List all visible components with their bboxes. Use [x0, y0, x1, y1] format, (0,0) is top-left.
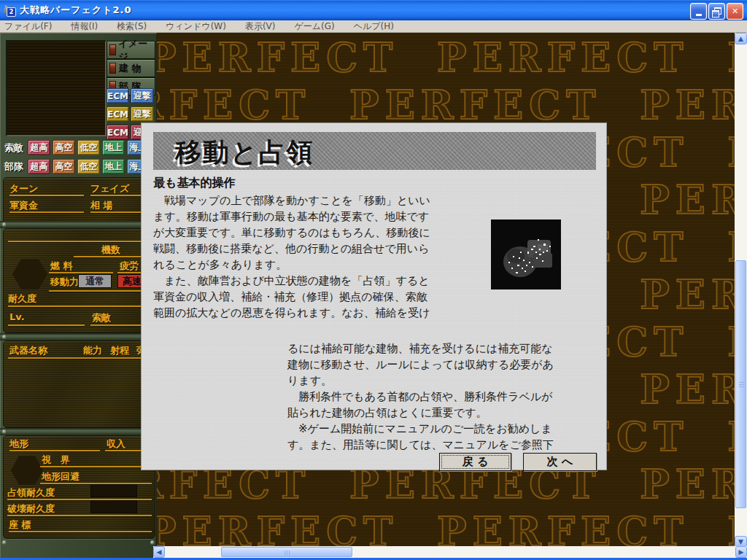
intercept-button-1[interactable]: 迎撃: [131, 106, 154, 122]
coordinates-label: 座 標: [9, 518, 31, 532]
terrain-hex-icon: [11, 455, 43, 486]
altitude-button-2[interactable]: 低空: [77, 159, 100, 174]
screw-icon: [2, 540, 7, 545]
funds-label: 軍資金: [9, 199, 38, 212]
durability-label: 耐久度: [8, 292, 36, 306]
altitude-button-3[interactable]: 地上: [102, 159, 125, 174]
detect-row-label: 部隊: [0, 160, 28, 174]
scroll-right-button[interactable]: ▶: [735, 546, 747, 558]
menu-bar: ファイル(F)情報(I)検索(S)ウィンドウ(W)表示(V)ゲーム(G)ヘルプ(…: [0, 20, 747, 33]
unit-count-label: 機数: [101, 244, 120, 257]
restore-button[interactable]: [708, 3, 725, 20]
turn-label: ターン: [9, 182, 39, 195]
altitude-button-0[interactable]: 超高: [28, 159, 50, 174]
weapon-name-header: 武器名称: [9, 344, 47, 357]
intercept-button-0[interactable]: 迎撃: [131, 88, 154, 104]
fatigue-label: 疲労: [120, 260, 139, 273]
phase-label: フェイズ: [90, 182, 129, 195]
indicator-icon: [109, 44, 116, 55]
watermark-text: PERFECT PERFECT PERFECT PERFECT PERFECT …: [157, 508, 735, 548]
unit-status-panel: 機数 燃 料 疲労 移動力 通常 高速 耐久度 Lv. 索敵: [3, 228, 155, 333]
move-normal-button[interactable]: 通常: [78, 274, 112, 288]
menu-item-6[interactable]: ヘルプ(H): [354, 20, 394, 33]
screw-icon: [2, 429, 7, 434]
weapons-panel: 武器名称 能力 射程 弾数: [3, 341, 155, 428]
terrain-panel: 地形 収入 視 界 地形回避 占領耐久度 破壊耐久度 座 標: [3, 435, 155, 539]
screw-icon: [2, 222, 7, 227]
dialog-title-band: 移動と占領: [153, 132, 596, 170]
unit-hex-icon: [12, 258, 47, 290]
horizontal-scrollbar[interactable]: ◀ ▶: [153, 546, 747, 558]
indicator-icon: [109, 63, 116, 74]
screw-icon: [150, 540, 155, 545]
menu-item-1[interactable]: 情報(I): [71, 20, 98, 33]
watermark-text: PERFECT PERFECT PERFECT PERFECT PERFECT …: [157, 82, 735, 128]
city-map-image: [491, 219, 561, 289]
chevron-up-icon: ▲: [738, 35, 743, 42]
menu-item-5[interactable]: ゲーム(G): [295, 20, 335, 33]
dialog-body-2: るには補給可能な建物、補充を受けるには補充可能な 建物に移動させ、ルールによって…: [287, 341, 605, 453]
altitude-button-1[interactable]: 高空: [53, 140, 75, 155]
watermark-text: PERFECT PERFECT PERFECT PERFECT PERFECT …: [157, 34, 735, 81]
ecm-button-2[interactable]: ECM: [107, 125, 129, 140]
scroll-left-button[interactable]: ◀: [153, 546, 165, 558]
altitude-button-2[interactable]: 低空: [77, 140, 100, 155]
sidebar: イメージ 建 物 部 隊 ECM迎撃ECM迎撃ECM迎撃 索敵超高高空低空地上海…: [0, 33, 157, 558]
next-button[interactable]: 次 へ: [523, 453, 597, 471]
scroll-up-button[interactable]: ▲: [735, 33, 747, 44]
altitude-button-3[interactable]: 地上: [102, 140, 125, 155]
menu-item-4[interactable]: 表示(V): [245, 20, 276, 33]
chevron-left-icon: ◀: [157, 548, 162, 556]
vertical-scroll-thumb[interactable]: [735, 260, 746, 508]
minimize-button[interactable]: [690, 3, 707, 20]
restore-icon: [714, 7, 721, 15]
app-icon-badge: 2: [7, 7, 16, 17]
fuel-label: 燃 料: [50, 260, 73, 273]
turn-panel: ターン フェイズ 軍資金 相 場: [3, 177, 155, 224]
detect-row-label: 索敵: [0, 141, 28, 155]
ecm-button-1[interactable]: ECM: [107, 106, 129, 122]
movement-label: 移動力: [50, 276, 79, 289]
minimize-icon: [696, 14, 702, 16]
weapon-range-header: 射程: [110, 344, 129, 357]
close-icon: ✕: [732, 7, 738, 16]
weapon-ability-header: 能力: [83, 344, 102, 357]
app-window: 2 大戦略パーフェクト2.0 ✕ ファイル(F)情報(I)検索(S)ウィンドウ(…: [0, 0, 747, 560]
view-button-image[interactable]: イメージ: [107, 41, 155, 59]
vertical-scrollbar[interactable]: ▲ ▼: [735, 33, 747, 548]
window-title: 大戦略パーフェクト2.0: [20, 4, 132, 17]
altitude-button-0[interactable]: 超高: [28, 140, 50, 155]
chevron-down-icon: ▼: [738, 538, 743, 545]
occupy-durability-value: [90, 484, 137, 497]
menu-item-3[interactable]: ウィンドウ(W): [166, 20, 226, 33]
market-label: 相 場: [90, 199, 113, 212]
view-button-building[interactable]: 建 物: [107, 59, 155, 77]
dialog-subtitle: 最も基本的操作: [153, 176, 235, 191]
horizontal-scroll-thumb[interactable]: [221, 547, 352, 557]
income-label: 収入: [107, 438, 125, 451]
help-dialog: 移動と占領 最も基本的操作 戦場マップの上で部隊を動かすことを「移動」といい ま…: [141, 122, 607, 470]
altitude-button-1[interactable]: 高空: [53, 159, 75, 174]
close-button[interactable]: ✕: [727, 3, 743, 20]
app-icon: 2: [3, 4, 16, 17]
screw-icon: [2, 335, 7, 339]
dialog-body-1: 戦場マップの上で部隊を動かすことを「移動」といい ます。移動は軍事行動の最も基本…: [153, 192, 489, 321]
destroy-durability-label: 破壊耐久度: [7, 502, 55, 516]
menu-item-2[interactable]: 検索(S): [117, 20, 147, 33]
occupy-durability-label: 占領耐久度: [7, 486, 55, 499]
terrain-label: 地形: [9, 438, 28, 451]
destroy-durability-value: [90, 500, 137, 513]
dialog-title: 移動と占領: [175, 135, 314, 171]
chevron-right-icon: ▶: [739, 548, 744, 556]
ecm-button-0[interactable]: ECM: [107, 88, 129, 104]
evade-label: 地形回避: [42, 470, 80, 483]
title-bar: 2 大戦略パーフェクト2.0 ✕: [0, 0, 747, 20]
sight-label: 視 界: [42, 454, 70, 467]
back-button[interactable]: 戻 る: [439, 453, 511, 471]
menu-item-0[interactable]: ファイル(F): [4, 20, 52, 33]
unit-preview-box: [6, 40, 107, 136]
unit-detect-label: 索敵: [92, 311, 111, 324]
level-label: Lv.: [9, 311, 25, 322]
